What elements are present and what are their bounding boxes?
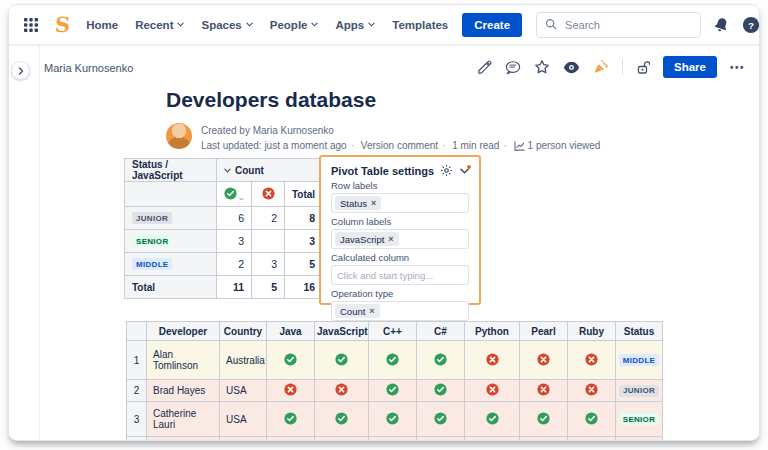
- nav-item-spaces[interactable]: Spaces: [201, 19, 252, 31]
- chip-remove-icon[interactable]: ×: [371, 199, 376, 208]
- unlock-icon[interactable]: [636, 60, 650, 75]
- stiltsoft-logo[interactable]: S: [54, 14, 71, 35]
- cross-icon: [335, 383, 348, 396]
- help-icon[interactable]: ?: [742, 16, 760, 34]
- pivot-row-total: 8: [285, 207, 323, 230]
- cell-skill: [520, 380, 568, 402]
- pivot-count-header[interactable]: Count: [217, 159, 323, 182]
- cell-country: Australia: [220, 341, 267, 380]
- cell-skill: [369, 402, 417, 437]
- pivot-row-label: SENIOR: [125, 230, 217, 253]
- panel-title: Pivot Table settings: [331, 165, 440, 177]
- calculated-column-label: Calculated column: [331, 252, 469, 263]
- nav-item-home[interactable]: Home: [86, 19, 118, 31]
- cell-empty: [147, 437, 220, 442]
- cell-empty: [616, 437, 663, 442]
- cell-skill: [465, 380, 520, 402]
- calculated-column-input[interactable]: Click and start typing...: [331, 265, 469, 285]
- notifications-bell-icon[interactable]: [713, 16, 730, 33]
- author-avatar[interactable]: [166, 123, 192, 149]
- analytics-chart-icon: [514, 141, 525, 151]
- cell-skill: [267, 341, 315, 380]
- breadcrumb[interactable]: Maria Kurnosenko: [44, 62, 133, 74]
- last-updated[interactable]: Last updated: just a moment ago: [201, 140, 347, 151]
- cell-developer: Brad Hayes: [147, 380, 220, 402]
- top-navigation-bar: S HomeRecentSpacesPeopleAppsTemplates Cr…: [9, 5, 759, 45]
- pivot-value: 3: [217, 230, 252, 253]
- pivot-no-column-header[interactable]: [252, 182, 285, 207]
- status-badge: MIDDLE: [132, 258, 172, 270]
- gear-icon[interactable]: [440, 164, 453, 177]
- cross-icon: [585, 353, 598, 366]
- row-labels-label: Row labels: [331, 180, 469, 191]
- check-icon: [335, 353, 348, 366]
- check-icon: [284, 353, 297, 366]
- operation-type-input[interactable]: Count×: [331, 301, 469, 321]
- pivot-total-header: Total: [285, 182, 323, 207]
- column-header-status: Status: [616, 322, 663, 341]
- check-icon: [335, 412, 348, 425]
- party-popper-icon[interactable]: [593, 59, 609, 75]
- create-button[interactable]: Create: [462, 13, 522, 37]
- cross-icon: [486, 383, 499, 396]
- column-header-pearl: Pearl: [520, 322, 568, 341]
- search-input[interactable]: [563, 18, 692, 32]
- share-button[interactable]: Share: [663, 56, 717, 78]
- cell-status: JUNIOR: [616, 380, 663, 402]
- search-box[interactable]: [536, 12, 701, 38]
- chip-remove-icon[interactable]: ×: [369, 307, 374, 316]
- input-placeholder: Click and start typing...: [335, 270, 433, 281]
- cell-skill: [315, 341, 369, 380]
- nav-item-apps[interactable]: Apps: [335, 19, 375, 31]
- cell-skill: [369, 380, 417, 402]
- column-labels-input[interactable]: JavaScript×: [331, 229, 469, 249]
- page-actions: Share •••: [477, 56, 745, 78]
- comment-icon[interactable]: [505, 60, 521, 75]
- cell-status: SENIOR: [616, 402, 663, 437]
- favorite-star-icon[interactable]: [534, 59, 550, 75]
- svg-text:?: ?: [748, 19, 754, 30]
- nav-item-templates[interactable]: Templates: [392, 19, 448, 31]
- version-comment[interactable]: Version comment: [361, 140, 438, 151]
- check-icon: [585, 412, 598, 425]
- cell-country: USA: [220, 402, 267, 437]
- watch-eye-icon[interactable]: [563, 60, 580, 75]
- people-viewed[interactable]: 1 person viewed: [528, 140, 601, 151]
- cell-skill: [465, 402, 520, 437]
- chip-remove-icon[interactable]: ×: [388, 235, 393, 244]
- nav-item-people[interactable]: People: [270, 19, 319, 31]
- status-badge: SENIOR: [132, 235, 172, 247]
- app-window: S HomeRecentSpacesPeopleAppsTemplates Cr…: [8, 4, 760, 441]
- cell-country: USA: [220, 380, 267, 402]
- cell-skill: [417, 341, 465, 380]
- search-icon: [545, 16, 557, 34]
- chevron-down-icon: [246, 22, 253, 27]
- cell-skill: [417, 402, 465, 437]
- expand-sidebar-button[interactable]: [11, 61, 30, 80]
- status-badge: JUNIOR: [619, 385, 659, 397]
- check-icon: [434, 412, 447, 425]
- cell-empty: [220, 437, 267, 442]
- status-badge: JUNIOR: [132, 212, 172, 224]
- column-header-rownum: [127, 322, 147, 341]
- nav-item-recent[interactable]: Recent: [135, 19, 184, 31]
- more-actions-button[interactable]: •••: [730, 62, 745, 73]
- pivot-table: Status / JavaScript Count Total JUNIOR 6…: [124, 158, 323, 299]
- column-header-java: Java: [267, 322, 315, 341]
- edit-pencil-icon[interactable]: [477, 60, 492, 75]
- app-switcher-icon[interactable]: [23, 17, 39, 33]
- status-badge: SENIOR: [619, 413, 659, 425]
- pivot-row-label: JUNIOR: [125, 207, 217, 230]
- column-header-ruby: Ruby: [568, 322, 616, 341]
- topbar-right-group: ?: [536, 12, 760, 38]
- cross-icon: [284, 383, 297, 396]
- cross-icon: [486, 353, 499, 366]
- cell-skill: [369, 341, 417, 380]
- cell-skill: [315, 402, 369, 437]
- row-labels-input[interactable]: Status×: [331, 193, 469, 213]
- pivot-value: 2: [217, 253, 252, 276]
- column-header-c: C#: [417, 322, 465, 341]
- row-number: 2: [127, 380, 147, 402]
- pivot-yes-column-header[interactable]: [217, 182, 252, 207]
- collapse-chevron-icon[interactable]: [460, 168, 469, 174]
